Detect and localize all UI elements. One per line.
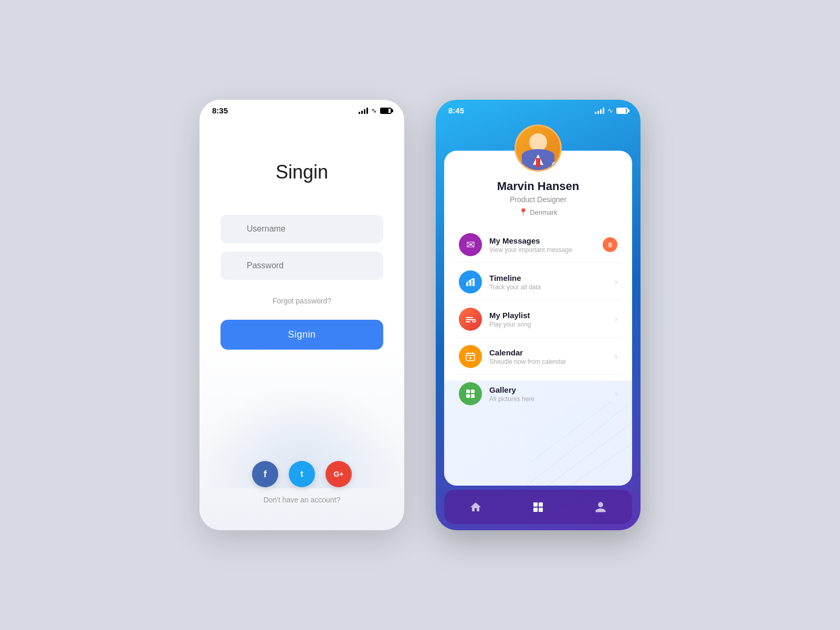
password-wrapper: 🔑 (220, 251, 383, 280)
svg-rect-23 (533, 508, 538, 512)
profile-status-bar: 8:45 ∿ (436, 100, 640, 119)
avatar-head (529, 133, 547, 151)
gallery-sublabel: All pictures here (489, 395, 615, 403)
signal-icon (359, 108, 368, 114)
google-button[interactable]: G+ (326, 461, 352, 487)
password-input[interactable] (220, 251, 383, 280)
menu-item-gallery[interactable]: Gallery All pictures here › (455, 376, 622, 412)
location-pin-icon: 📍 (519, 208, 528, 216)
svg-rect-7 (466, 317, 473, 318)
calendar-chevron-icon: › (615, 352, 617, 361)
profile-battery-icon (616, 108, 628, 114)
svg-rect-6 (472, 278, 475, 286)
profile-status-icons: ∿ (595, 107, 628, 114)
playlist-text: My Playlist Play your song (489, 311, 615, 328)
wifi-icon: ∿ (371, 107, 377, 114)
login-time: 8:35 (212, 106, 228, 115)
social-section: f t G+ Don't have an account? (200, 461, 404, 504)
playlist-label: My Playlist (489, 311, 615, 320)
svg-rect-24 (539, 508, 543, 512)
menu-item-calendar[interactable]: Calendar Sheudle now from calendar › (455, 339, 622, 375)
svg-rect-20 (471, 394, 475, 398)
nav-grid[interactable] (525, 494, 551, 520)
username-input[interactable] (220, 215, 383, 243)
avatar-tie (536, 158, 540, 167)
gallery-label: Gallery (489, 385, 615, 394)
timeline-text: Timeline Track your all data (489, 274, 615, 291)
profile-screen: 8:45 ∿ (436, 100, 640, 530)
forgot-password-link[interactable]: Forgot password? (272, 297, 331, 305)
calendar-text: Calendar Sheudle now from calendar (489, 348, 615, 365)
svg-rect-18 (471, 390, 475, 393)
username-wrapper: ☺ (220, 215, 383, 243)
playlist-sublabel: Play your song (489, 321, 615, 328)
battery-icon (380, 108, 392, 114)
home-icon (469, 501, 482, 513)
login-title: Singin (276, 161, 328, 183)
login-screen: 8:35 ∿ Singin ☺ 🔑 (200, 100, 404, 530)
profile-signal-icon (595, 108, 604, 114)
twitter-icon: t (300, 469, 303, 479)
menu-item-playlist[interactable]: My Playlist Play your song › (455, 301, 622, 338)
avatar-area (436, 124, 640, 172)
messages-text: My Messages View your important message (489, 236, 603, 254)
login-status-icons: ∿ (359, 107, 392, 114)
google-icon: G+ (333, 470, 343, 478)
svg-rect-19 (466, 394, 470, 398)
profile-time: 8:45 (448, 106, 464, 115)
timeline-label: Timeline (489, 274, 615, 282)
gallery-chevron-icon: › (615, 389, 617, 398)
profile-name: Marvin Hansen (455, 180, 622, 193)
password-group: 🔑 (220, 251, 383, 280)
timeline-icon (459, 270, 482, 293)
gallery-grid-icon (465, 388, 476, 400)
menu-list: ✉ My Messages View your important messag… (455, 227, 622, 475)
svg-rect-21 (533, 502, 538, 507)
facebook-icon: f (264, 469, 267, 480)
svg-rect-17 (466, 390, 470, 393)
timeline-sublabel: Track your all data (489, 284, 615, 291)
messages-label: My Messages (489, 236, 603, 245)
calendar-sublabel: Sheudle now from calendar (489, 358, 615, 365)
playlist-icon (459, 308, 482, 331)
calendar-svg-icon (465, 351, 476, 362)
messages-badge: 8 (603, 237, 617, 252)
svg-rect-22 (539, 502, 543, 507)
nav-home[interactable] (463, 494, 489, 520)
svg-rect-9 (466, 321, 470, 322)
profile-location: 📍 Denmark (455, 208, 622, 216)
login-body: Singin ☺ 🔑 Forgot password? Signin f t (200, 119, 404, 530)
social-buttons: f t G+ (252, 461, 352, 487)
avatar (514, 124, 562, 172)
username-group: ☺ (220, 215, 383, 243)
facebook-button[interactable]: f (252, 461, 278, 487)
menu-item-messages[interactable]: ✉ My Messages View your important messag… (455, 227, 622, 263)
gallery-icon (459, 382, 482, 405)
person-icon (594, 501, 607, 513)
bottom-navigation (444, 490, 632, 524)
timeline-chart-icon (465, 276, 476, 288)
timeline-chevron-icon: › (615, 277, 617, 287)
profile-wifi-icon: ∿ (607, 107, 613, 114)
twitter-button[interactable]: t (289, 461, 315, 487)
messages-icon: ✉ (459, 233, 482, 256)
gallery-text: Gallery All pictures here (489, 385, 615, 403)
profile-card: Marvin Hansen Product Designer 📍 Denmark… (444, 151, 632, 486)
svg-point-16 (469, 357, 471, 359)
svg-rect-8 (466, 319, 473, 320)
messages-sublabel: View your important message (489, 246, 603, 254)
grid-icon (532, 501, 544, 513)
signin-button[interactable]: Signin (220, 320, 383, 350)
calendar-label: Calendar (489, 348, 615, 357)
profile-job-title: Product Designer (455, 195, 622, 204)
playlist-music-icon (465, 313, 476, 325)
playlist-chevron-icon: › (615, 314, 617, 324)
nav-profile[interactable] (587, 494, 614, 520)
login-status-bar: 8:35 ∿ (200, 100, 404, 119)
menu-item-timeline[interactable]: Timeline Track your all data › (455, 264, 622, 300)
online-indicator (552, 162, 559, 169)
profile-location-text: Denmark (530, 208, 558, 216)
svg-point-11 (474, 320, 475, 322)
calendar-icon (459, 345, 482, 368)
no-account-text: Don't have an account? (264, 496, 341, 504)
